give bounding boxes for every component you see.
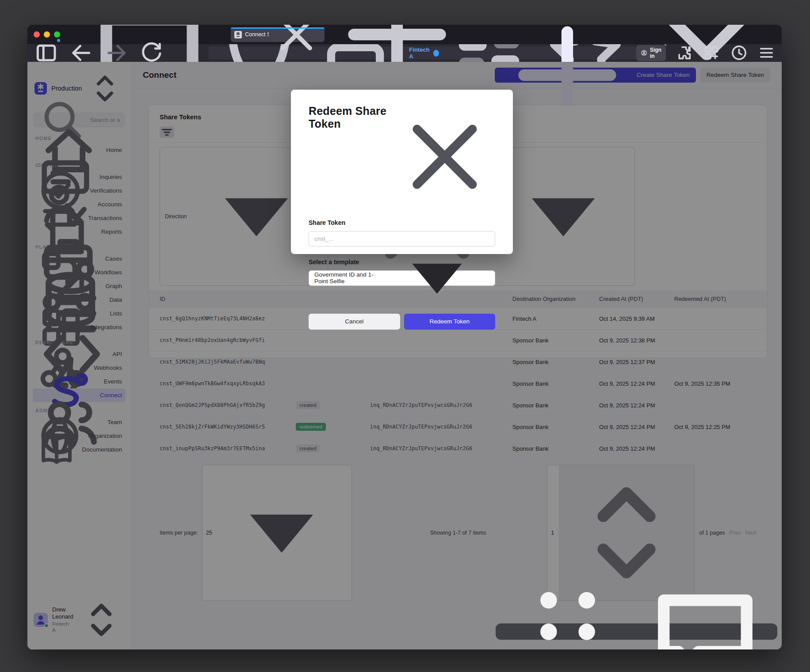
close-tab-icon[interactable]: [272, 25, 321, 59]
persona-favicon: [234, 31, 242, 38]
support-launcher[interactable]: [496, 623, 777, 640]
menu-icon[interactable]: [757, 44, 776, 62]
chat-icon[interactable]: [639, 566, 772, 650]
template-select[interactable]: Government ID and 1-Point Selfie: [309, 270, 495, 286]
sign-in-button[interactable]: Sign in: [636, 45, 666, 61]
close-modal-icon[interactable]: [394, 106, 495, 207]
close-window-button[interactable]: [34, 31, 40, 38]
window-controls: [34, 31, 60, 38]
apps-icon[interactable]: [703, 44, 721, 62]
template-selected-value: Government ID and 1-Point Selfie: [314, 271, 385, 285]
minimize-window-button[interactable]: [44, 31, 50, 38]
browser-window: Connect Share Tokens - Persona app.withp…: [27, 25, 782, 649]
redeem-share-token-modal: Redeem Share Token Share Token Select a …: [291, 90, 513, 254]
modal-title: Redeem Share Token: [309, 105, 394, 130]
sign-in-label: Sign in: [650, 47, 661, 59]
tab-title: Connect Share Tokens - Persona: [245, 31, 269, 38]
notification-dot: [664, 43, 667, 47]
cancel-button[interactable]: Cancel: [309, 314, 400, 330]
profile-icon: [641, 49, 647, 56]
extensions-icon[interactable]: [675, 44, 693, 62]
active-tab[interactable]: Connect Share Tokens - Persona: [231, 27, 325, 42]
zoom-window-button[interactable]: [54, 31, 60, 38]
redeem-token-button[interactable]: Redeem Token: [404, 314, 496, 330]
account-sync-icon[interactable]: [730, 44, 748, 62]
share-token-label: Share Token: [309, 219, 495, 226]
screen: Connect Share Tokens - Persona app.withp…: [0, 0, 810, 672]
drag-handle-icon[interactable]: [501, 566, 634, 650]
